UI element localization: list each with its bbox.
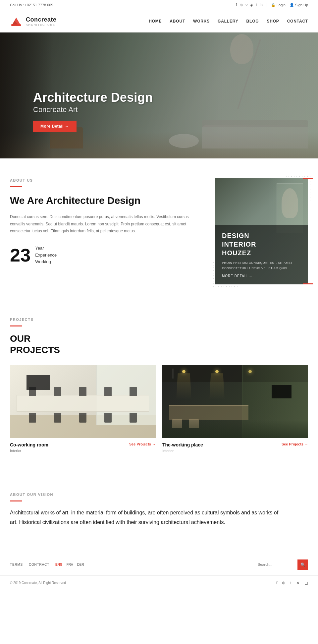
chair	[54, 413, 61, 423]
footer-lang: ENG FRA DER	[55, 563, 84, 566]
projects-label: PROJECTS	[10, 318, 308, 322]
projects-grid: Co-working room Interior See Projects →	[10, 365, 308, 453]
lang-fra[interactable]: FRA	[67, 563, 73, 566]
hero-title: Architecture Design	[33, 90, 153, 105]
project-image-1	[10, 365, 156, 438]
about-image: DESIGN INTERIOR HOUZEZ PROIN PRETIUM CON…	[215, 178, 308, 284]
footer-twitter-icon[interactable]: ✕	[296, 580, 300, 585]
logo[interactable]: Concreate Architecture	[10, 15, 57, 28]
lang-eng[interactable]: ENG	[55, 563, 63, 566]
footer-copyright: © 2019 Concreate, All Right Reserved	[10, 581, 66, 585]
chair	[29, 413, 36, 423]
chair	[79, 413, 86, 423]
chair	[130, 387, 137, 396]
nav-shop[interactable]: SHOP	[267, 19, 279, 24]
svg-rect-2	[11, 24, 21, 26]
chair	[130, 413, 137, 423]
exp-number: 23	[10, 246, 30, 264]
snapchat-icon[interactable]: ◈	[250, 3, 253, 7]
project-sub-2: Interior	[162, 449, 203, 453]
project-sub-1: Interior	[10, 449, 48, 453]
footer-bottom: © 2019 Concreate, All Right Reserved f ⊕…	[0, 575, 318, 590]
footer-instagram-icon[interactable]: ◻	[304, 580, 308, 585]
exp-line3: Working	[35, 259, 57, 265]
main-nav: Concreate Architecture HOME ABOUT WORKS …	[0, 10, 318, 32]
hero-subtitle: Concreate Art	[33, 105, 153, 114]
see-projects-2[interactable]: See Projects →	[282, 442, 308, 446]
footer-search: 🔍	[255, 559, 308, 570]
logo-text: Concreate Architecture	[26, 16, 57, 27]
experience-block: 23 Year Experience Working	[10, 245, 202, 265]
project-card-2: The-working place Interior See Projects …	[162, 365, 308, 453]
project-img-bg-2	[162, 365, 308, 438]
footer-social: f ⊕ t ✕ ◻	[276, 580, 308, 585]
projects-section: PROJECTS OURPROJECTS	[0, 304, 318, 473]
footer-top: TERMS CONTRACT ENG FRA DER 🔍	[0, 554, 318, 575]
linkedin-icon[interactable]: in	[260, 3, 263, 7]
logo-sub: Architecture	[26, 23, 57, 27]
nav-works[interactable]: WORKS	[193, 19, 210, 24]
signup-link[interactable]: 👤 Sign Up	[290, 3, 308, 7]
top-bar-right: f ⊕ ν ◈ t in 🔒 Login 👤 Sign Up	[236, 3, 308, 7]
vimeo-icon[interactable]: ν	[245, 3, 247, 7]
footer-links: TERMS CONTRACT ENG FRA DER	[10, 563, 84, 566]
project-info-2: The-working place Interior	[162, 442, 203, 453]
tumblr-icon[interactable]: t	[256, 3, 257, 7]
project-card-footer-2: The-working place Interior See Projects …	[162, 442, 308, 453]
pinterest-icon[interactable]: ⊕	[239, 3, 243, 7]
chair	[54, 387, 61, 396]
project-info-1: Co-working room Interior	[10, 442, 48, 453]
project-title-2: The-working place	[162, 442, 203, 447]
nav-about[interactable]: ABOUT	[170, 19, 185, 24]
footer-search-input[interactable]	[255, 561, 295, 568]
lang-der[interactable]: DER	[77, 563, 84, 566]
vision-red-line	[10, 500, 22, 501]
about-left: ABOUT US We Are Architecture Design Done…	[10, 178, 202, 265]
footer-link-terms[interactable]: TERMS	[10, 563, 23, 566]
about-img-overlay: DESIGN INTERIOR HOUZEZ PROIN PRETIUM CON…	[215, 225, 308, 284]
overlay-link[interactable]: MORE DETAIL →	[222, 274, 301, 278]
footer-tumblr-icon[interactable]: t	[290, 580, 292, 585]
floor-2	[162, 420, 308, 438]
hero-content: Architecture Design Concreate Art More D…	[33, 90, 153, 132]
overlay-text: PROIN PRETIUM CONSEQUAT EST, SIT AMET CO…	[222, 261, 301, 271]
hero-cta-button[interactable]: More Detail →	[33, 121, 77, 132]
light-cone-1	[176, 373, 191, 400]
nav-gallery[interactable]: GALLERY	[218, 19, 238, 24]
nav-links: HOME ABOUT WORKS GALLERY BLOG SHOP CONTA…	[149, 19, 308, 24]
about-red-line	[10, 186, 22, 187]
chair	[79, 387, 86, 396]
facebook-icon[interactable]: f	[236, 3, 237, 7]
project-title-1: Co-working room	[10, 442, 48, 447]
about-section: ABOUT US We Are Architecture Design Done…	[0, 158, 318, 304]
projects-title: OURPROJECTS	[10, 333, 308, 355]
red-accent-bottom	[303, 283, 313, 284]
phone-number: Call Us : +02151 7778 009	[10, 3, 53, 7]
social-icons: f ⊕ ν ◈ t in	[236, 3, 263, 7]
footer-link-contract[interactable]: CONTRACT	[29, 563, 49, 566]
nav-contact[interactable]: CONTACT	[287, 19, 308, 24]
nav-blog[interactable]: BLOG	[246, 19, 259, 24]
vision-section: ABOUT OUR VISION Architectural works of …	[0, 473, 318, 554]
vision-label: ABOUT OUR VISION	[10, 493, 308, 497]
vision-text: Architectural works of art, in the mater…	[10, 508, 282, 527]
footer-search-button[interactable]: 🔍	[297, 559, 308, 570]
monitor-2	[272, 385, 292, 398]
footer-facebook-icon[interactable]: f	[276, 580, 278, 585]
project-card-footer-1: Co-working room Interior See Projects →	[10, 442, 156, 453]
chairs-top	[20, 387, 146, 396]
hero-section: Architecture Design Concreate Art More D…	[0, 32, 318, 158]
footer-pinterest-icon[interactable]: ⊕	[282, 580, 286, 585]
nav-home[interactable]: HOME	[149, 19, 162, 24]
about-img-bg: DESIGN INTERIOR HOUZEZ PROIN PRETIUM CON…	[215, 178, 308, 284]
red-accent-top	[303, 178, 313, 179]
login-link[interactable]: 🔒 Login	[271, 3, 286, 7]
top-bar: Call Us : +02151 7778 009 f ⊕ ν ◈ t in 🔒…	[0, 0, 318, 10]
see-projects-1[interactable]: See Projects →	[129, 442, 156, 446]
project-img-bg-1	[10, 365, 156, 438]
project-card-1: Co-working room Interior See Projects →	[10, 365, 156, 453]
projects-red-line	[10, 325, 22, 326]
chair	[104, 413, 112, 423]
exp-text: Year Experience Working	[35, 245, 57, 265]
divider	[267, 3, 267, 7]
